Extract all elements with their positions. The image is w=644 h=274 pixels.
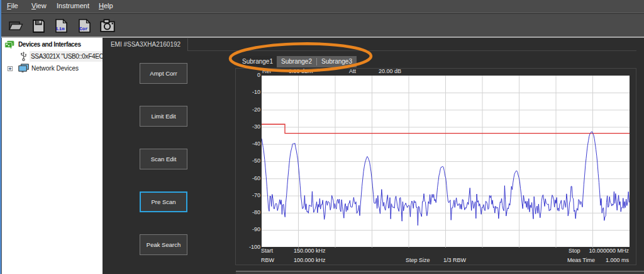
svg-text:Cor: Cor: [79, 26, 88, 31]
svg-text:Lim: Lim: [56, 26, 65, 31]
